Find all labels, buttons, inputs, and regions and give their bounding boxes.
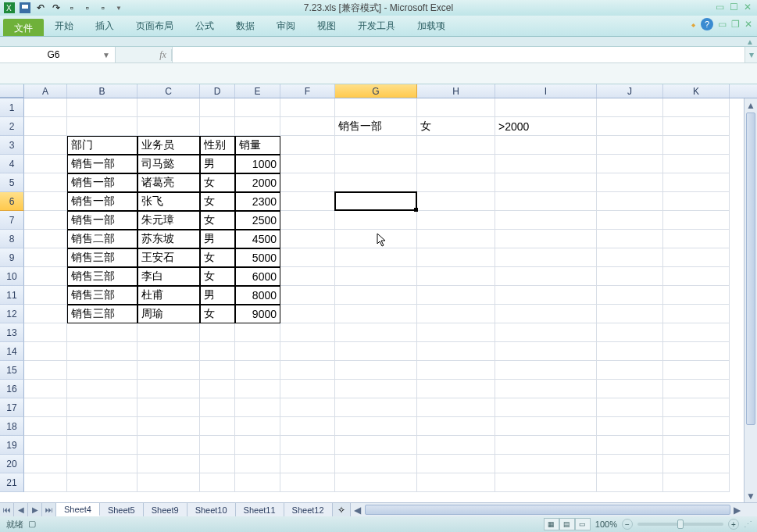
row-header-10[interactable]: 10 <box>0 267 24 286</box>
column-header-D[interactable]: D <box>200 84 235 98</box>
hscroll-thumb[interactable] <box>365 505 730 515</box>
cell-H11[interactable] <box>417 286 495 305</box>
cell-F1[interactable] <box>280 98 335 117</box>
cell-A13[interactable] <box>24 323 67 342</box>
tab-developer[interactable]: 开发工具 <box>347 16 406 36</box>
cell-H6[interactable] <box>417 192 495 211</box>
row-header-21[interactable]: 21 <box>0 473 24 492</box>
cell-E8[interactable]: 4500 <box>235 230 280 248</box>
cell-C10[interactable]: 李白 <box>137 267 200 286</box>
row-header-12[interactable]: 12 <box>0 305 24 323</box>
cell-K7[interactable] <box>663 211 730 230</box>
cell-J3[interactable] <box>597 136 663 155</box>
cell-D4[interactable]: 男 <box>200 155 235 173</box>
cell-A11[interactable] <box>24 286 67 305</box>
cell-F10[interactable] <box>280 267 335 286</box>
horizontal-scrollbar[interactable]: ◀ ▶ <box>350 503 757 516</box>
cell-A15[interactable] <box>24 361 67 380</box>
cell-H15[interactable] <box>417 361 495 380</box>
name-box-dropdown-icon[interactable]: ▼ <box>102 51 110 59</box>
qat-icon[interactable]: ▫ <box>66 2 78 14</box>
cell-G19[interactable] <box>335 436 417 455</box>
cell-C19[interactable] <box>137 436 200 455</box>
vscroll-thumb[interactable] <box>746 112 755 425</box>
cell-C16[interactable] <box>137 380 200 398</box>
qat-icon-2[interactable]: ▫ <box>81 2 94 14</box>
insert-function-button[interactable]: fx <box>155 49 172 61</box>
cell-H9[interactable] <box>417 248 495 267</box>
cell-E11[interactable]: 8000 <box>235 286 280 305</box>
cell-E6[interactable]: 2300 <box>235 192 280 211</box>
cell-F15[interactable] <box>280 361 335 380</box>
cell-I19[interactable] <box>495 436 597 455</box>
cell-C13[interactable] <box>137 323 200 342</box>
cell-A10[interactable] <box>24 267 67 286</box>
cell-G18[interactable] <box>335 417 417 436</box>
cell-I13[interactable] <box>495 323 597 342</box>
cell-D12[interactable]: 女 <box>200 305 235 323</box>
cell-J10[interactable] <box>597 267 663 286</box>
cell-K10[interactable] <box>663 267 730 286</box>
cell-G9[interactable] <box>335 248 417 267</box>
cell-H5[interactable] <box>417 173 495 192</box>
cell-I1[interactable] <box>495 98 597 117</box>
zoom-in-button[interactable]: + <box>728 519 739 530</box>
cell-D14[interactable] <box>200 342 235 361</box>
column-header-I[interactable]: I <box>495 84 597 98</box>
cell-G17[interactable] <box>335 398 417 417</box>
cell-E12[interactable]: 9000 <box>235 305 280 323</box>
cell-F9[interactable] <box>280 248 335 267</box>
cell-I10[interactable] <box>495 267 597 286</box>
column-header-C[interactable]: C <box>137 84 200 98</box>
cell-B8[interactable]: 销售二部 <box>67 230 137 248</box>
file-tab[interactable]: 文件 <box>3 19 44 36</box>
cell-F4[interactable] <box>280 155 335 173</box>
cell-A7[interactable] <box>24 211 67 230</box>
cell-K9[interactable] <box>663 248 730 267</box>
row-header-9[interactable]: 9 <box>0 248 24 267</box>
cell-G20[interactable] <box>335 455 417 473</box>
cell-D20[interactable] <box>200 455 235 473</box>
sheet-tab-Sheet5[interactable]: Sheet5 <box>100 503 144 516</box>
cell-B21[interactable] <box>67 473 137 492</box>
page-layout-view-button[interactable]: ▤ <box>559 518 575 530</box>
cell-J14[interactable] <box>597 342 663 361</box>
sheet-nav-last[interactable]: ⏭ <box>42 503 56 516</box>
cell-H19[interactable] <box>417 436 495 455</box>
row-header-3[interactable]: 3 <box>0 136 24 155</box>
cell-H12[interactable] <box>417 305 495 323</box>
cell-C2[interactable] <box>137 117 200 136</box>
cell-D9[interactable]: 女 <box>200 248 235 267</box>
cell-H21[interactable] <box>417 473 495 492</box>
sheet-tab-Sheet9[interactable]: Sheet9 <box>144 503 187 516</box>
cell-E18[interactable] <box>235 417 280 436</box>
cell-B3[interactable]: 部门 <box>67 136 137 155</box>
cell-H16[interactable] <box>417 380 495 398</box>
formula-expand-button[interactable]: ▾ <box>745 47 757 62</box>
cell-I16[interactable] <box>495 380 597 398</box>
cell-F17[interactable] <box>280 398 335 417</box>
formula-input[interactable] <box>172 47 745 62</box>
cell-D18[interactable] <box>200 417 235 436</box>
cell-B2[interactable] <box>67 117 137 136</box>
cell-B11[interactable]: 销售三部 <box>67 286 137 305</box>
cell-I6[interactable] <box>495 192 597 211</box>
cell-I12[interactable] <box>495 305 597 323</box>
cell-E13[interactable] <box>235 323 280 342</box>
cell-A9[interactable] <box>24 248 67 267</box>
cell-A19[interactable] <box>24 436 67 455</box>
cell-F21[interactable] <box>280 473 335 492</box>
cell-D11[interactable]: 男 <box>200 286 235 305</box>
cell-F14[interactable] <box>280 342 335 361</box>
row-header-8[interactable]: 8 <box>0 230 24 248</box>
cell-I8[interactable] <box>495 230 597 248</box>
cell-H13[interactable] <box>417 323 495 342</box>
cell-I9[interactable] <box>495 248 597 267</box>
cell-B13[interactable] <box>67 323 137 342</box>
cell-K5[interactable] <box>663 173 730 192</box>
cell-I7[interactable] <box>495 211 597 230</box>
cell-I21[interactable] <box>495 473 597 492</box>
column-header-K[interactable]: K <box>663 84 730 98</box>
row-header-16[interactable]: 16 <box>0 380 24 398</box>
cell-C5[interactable]: 诸葛亮 <box>137 173 200 192</box>
